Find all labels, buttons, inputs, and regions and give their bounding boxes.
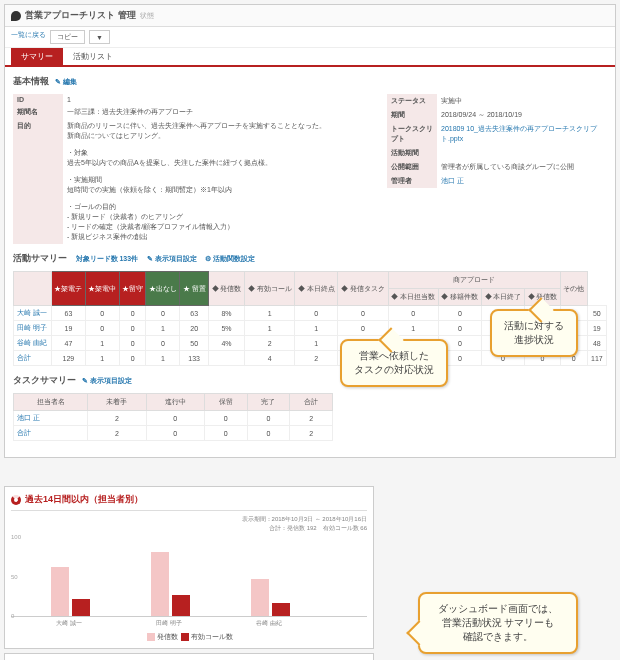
tab-summary[interactable]: サマリー bbox=[11, 48, 63, 65]
legend: 発信数 有効コール数 bbox=[11, 632, 367, 642]
callout-dashboard: ダッシュボード画面では、 営業活動状況 サマリーも 確認できます。 bbox=[418, 592, 578, 654]
manager-link[interactable]: 池口 正 bbox=[441, 177, 464, 184]
pie-icon bbox=[11, 495, 21, 505]
task-table: 担当者名未着手進行中保留完了合計池口 正20002合計20002 bbox=[13, 393, 333, 441]
copy-button[interactable]: コピー bbox=[50, 30, 85, 44]
tab-bar: サマリー 活動リスト bbox=[5, 48, 615, 67]
section-title: 基本情報 bbox=[13, 76, 49, 86]
info-table-right: ステータス実施中 期間2018/09/24 ～ 2018/10/19 トークスク… bbox=[387, 94, 607, 188]
x-axis: 大崎 誠一田崎 明子谷崎 由紀 bbox=[11, 619, 367, 628]
edit-link[interactable]: ✎ 編集 bbox=[55, 78, 77, 85]
script-link[interactable]: 201809 10_過去失注案件の再アプローチスクリプト.pptx bbox=[441, 125, 597, 142]
window-title: 営業アプローチリスト 管理 bbox=[25, 9, 136, 22]
person-link[interactable]: 田崎 明子 bbox=[17, 324, 47, 331]
display-settings-link[interactable]: ✎ 表示項目設定 bbox=[82, 377, 132, 384]
window-subtitle: 状態 bbox=[140, 11, 154, 21]
callout-activity: 活動に対する 進捗状況 bbox=[490, 309, 578, 357]
phone-icon bbox=[11, 11, 21, 21]
task-summary-section: タスクサマリー✎ 表示項目設定 担当者名未着手進行中保留完了合計池口 正2000… bbox=[13, 374, 607, 441]
tab-activity[interactable]: 活動リスト bbox=[63, 48, 123, 65]
function-settings-link[interactable]: ⚙ 活動関数設定 bbox=[205, 255, 255, 262]
callout-task: 営業へ依頼した タスクの対応状況 bbox=[340, 339, 448, 387]
back-link[interactable]: 一覧に戻る bbox=[11, 30, 46, 44]
window-header: 営業アプローチリスト 管理 状態 bbox=[5, 5, 615, 27]
basic-info-section: 基本情報✎ 編集 ID1 期間名一部三課：過去失注案件の再アプローチ 目的新商品… bbox=[13, 75, 607, 244]
person-link[interactable]: 合計 bbox=[17, 429, 31, 436]
lead-count-link[interactable]: 対象リード数 133件 bbox=[76, 255, 139, 262]
info-table-left: ID1 期間名一部三課：過去失注案件の再アプローチ 目的新商品のリリースに伴い、… bbox=[13, 94, 377, 244]
person-link[interactable]: 池口 正 bbox=[17, 414, 40, 421]
chart-30days: 過去30日以内（週別） 表示期間：2018年9月17日 ～ 2018年10月16… bbox=[4, 653, 374, 660]
person-link[interactable]: 大崎 誠一 bbox=[17, 309, 47, 316]
person-link[interactable]: 谷崎 由紀 bbox=[17, 339, 47, 346]
person-link[interactable]: 合計 bbox=[17, 354, 31, 361]
section-title: タスクサマリー bbox=[13, 375, 76, 385]
chart-14days: 過去14日間以内（担当者別） 表示期間：2018年10月3日 ～ 2018年10… bbox=[4, 486, 374, 649]
main-window: 営業アプローチリスト 管理 状態 一覧に戻る コピー ▼ サマリー 活動リスト … bbox=[4, 4, 616, 458]
display-settings-link[interactable]: ✎ 表示項目設定 bbox=[147, 255, 197, 262]
section-title: 活動サマリー bbox=[13, 253, 67, 263]
dropdown-button[interactable]: ▼ bbox=[89, 30, 110, 44]
chart-plot: 050100 bbox=[11, 537, 367, 617]
toolbar: 一覧に戻る コピー ▼ bbox=[5, 27, 615, 48]
